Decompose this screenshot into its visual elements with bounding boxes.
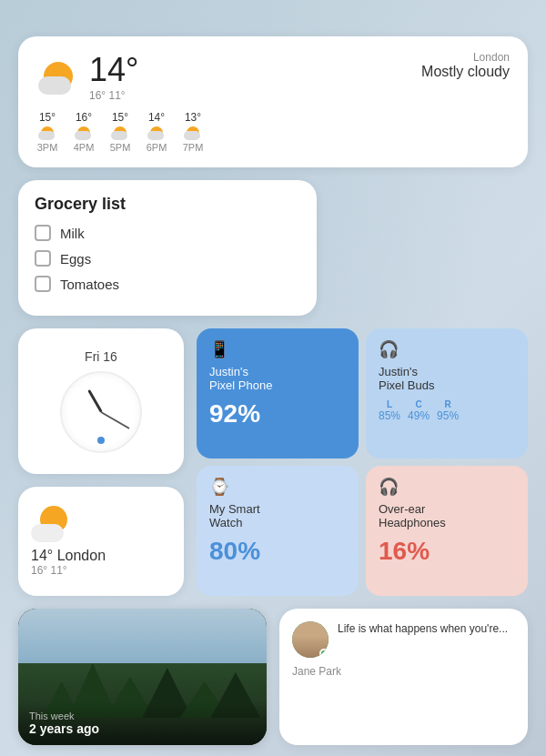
device-watch-percent: 80% — [209, 537, 346, 566]
clock-second-dot — [97, 437, 105, 444]
device-headphones-percent: 16% — [379, 537, 515, 566]
forecast-item: 13° 7PM — [182, 111, 204, 153]
weather-mini-icon — [31, 506, 76, 542]
photo-overlay: This week 2 years ago — [18, 701, 267, 745]
weather-description: Mostly cloudy — [421, 64, 510, 80]
grocery-checkbox-eggs[interactable] — [35, 250, 51, 267]
social-widget[interactable]: Life is what happens when you're... Jane… — [279, 609, 528, 745]
device-headphones[interactable]: 🎧 Over-earHeadphones 16% — [366, 466, 528, 596]
buds-levels: L85% C49% R95% — [379, 399, 515, 422]
device-buds-name: Justin'sPixel Buds — [379, 365, 515, 392]
grocery-item-milk[interactable]: Milk — [35, 225, 300, 241]
photo-label: This week — [29, 711, 256, 721]
weather-forecast: 15° 3PM 16° 4PM 15° 5PM 14° 6PM — [36, 111, 510, 153]
grocery-widget: Grocery list Milk Eggs Tomatoes — [18, 180, 317, 316]
buds-icon: 🎧 — [379, 339, 515, 359]
photo-time: 2 years ago — [29, 721, 256, 736]
social-post-text: Life is what happens when you're... — [338, 621, 508, 637]
device-phone-percent: 92% — [209, 399, 346, 428]
grocery-label-tomatoes: Tomatoes — [60, 277, 119, 292]
photo-widget[interactable]: This week 2 years ago — [18, 609, 267, 745]
device-grid: 📱 Justin'sPixel Phone 92% 🎧 Justin'sPixe… — [197, 328, 528, 596]
headphones-icon: 🎧 — [379, 477, 515, 497]
weather-temp: 14° — [89, 51, 138, 89]
social-user-name: Jane Park — [292, 665, 515, 678]
weather-widget: 14° 16° 11° London Mostly cloudy 15° 3PM… — [18, 36, 528, 167]
clock-date: Fri 16 — [85, 349, 117, 364]
forecast-item: 16° 4PM — [73, 111, 95, 153]
device-pixel-phone[interactable]: 📱 Justin'sPixel Phone 92% — [197, 328, 359, 459]
grocery-checkbox-tomatoes[interactable] — [35, 276, 51, 292]
weather-range: 16° 11° — [89, 89, 138, 102]
device-pixel-buds[interactable]: 🎧 Justin'sPixel Buds L85% C49% R95% — [366, 328, 528, 459]
avatar — [292, 621, 329, 658]
forecast-item: 15° 3PM — [36, 111, 58, 153]
grocery-item-eggs[interactable]: Eggs — [35, 250, 300, 267]
grocery-label-milk: Milk — [60, 226, 85, 241]
device-phone-name: Justin'sPixel Phone — [209, 365, 346, 392]
clock-hour-hand — [87, 389, 103, 413]
phone-icon: 📱 — [209, 339, 346, 359]
device-headphones-name: Over-earHeadphones — [379, 502, 515, 529]
weather-mini-range: 16° 11° — [31, 564, 67, 577]
weather-mini-widget: 14° London 16° 11° — [18, 487, 184, 596]
weather-city: London — [421, 51, 510, 64]
device-smartwatch[interactable]: ⌚ My SmartWatch 80% — [197, 466, 359, 596]
forecast-item: 15° 5PM — [109, 111, 131, 153]
watch-icon: ⌚ — [209, 477, 346, 497]
weather-mini-temp: 14° London — [31, 548, 106, 564]
grocery-item-tomatoes[interactable]: Tomatoes — [35, 276, 300, 292]
clock-widget: Fri 16 — [18, 328, 184, 474]
online-indicator — [319, 649, 329, 658]
grocery-label-eggs: Eggs — [60, 251, 91, 267]
grocery-title: Grocery list — [35, 195, 300, 214]
forecast-item: 14° 6PM — [146, 111, 167, 153]
grocery-checkbox-milk[interactable] — [35, 225, 51, 241]
weather-icon — [36, 55, 80, 98]
clock-minute-hand — [101, 411, 130, 429]
device-watch-name: My SmartWatch — [209, 502, 346, 529]
clock-face — [60, 371, 142, 453]
